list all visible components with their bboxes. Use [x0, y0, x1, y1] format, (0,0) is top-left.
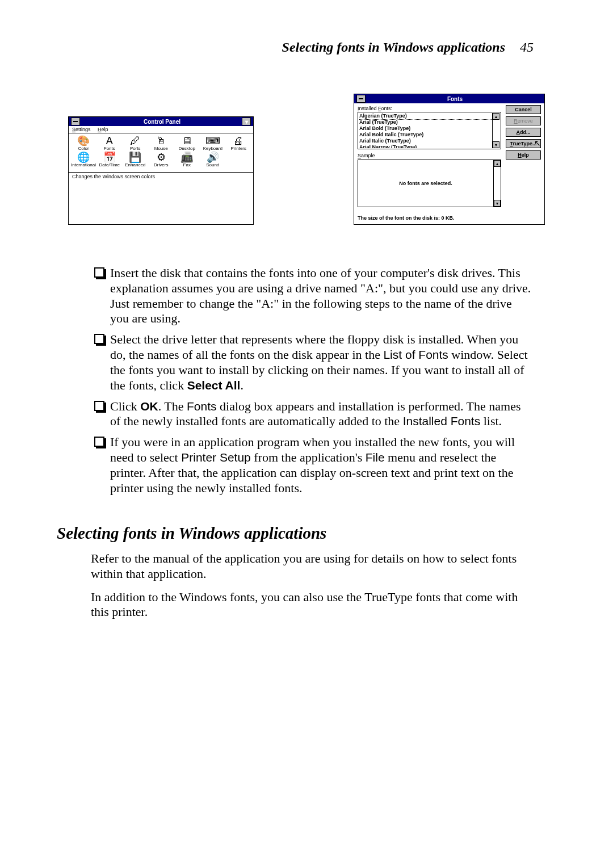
- cancel-button[interactable]: Cancel: [506, 105, 541, 114]
- scroll-down-icon[interactable]: ▾: [493, 141, 499, 148]
- help-button[interactable]: HelpHelp: [506, 150, 541, 160]
- cp-icon-international[interactable]: 🌐International: [71, 152, 96, 167]
- step-text: Click OK. The Fonts dialog box appears a…: [108, 399, 534, 430]
- installed-fonts-label: Installed Fonts:Installed Fonts:: [358, 105, 501, 112]
- step-item: Click OK. The Fonts dialog box appears a…: [91, 399, 534, 430]
- checkbox-marker-icon: [91, 399, 108, 411]
- document-page: Selecting fonts in Windows applications …: [0, 0, 613, 868]
- cp-icon-datetime[interactable]: 📅Date/Time: [97, 152, 121, 167]
- step-text: Insert the disk that contains the fonts …: [108, 266, 534, 326]
- cp-icon-enhanced[interactable]: 💾Enhanced: [123, 152, 148, 167]
- scroll-up-icon[interactable]: ▴: [494, 160, 501, 167]
- international-icon: 🌐: [71, 152, 96, 162]
- cp-icon-ports[interactable]: 🖊Ports: [123, 136, 148, 151]
- menu-help[interactable]: HHelpelp: [98, 127, 108, 132]
- font-list-item[interactable]: Arial Narrow (TrueType): [359, 144, 492, 148]
- control-panel-window: Control Panel ▾ SSettingsettings HHelpel…: [68, 116, 254, 225]
- system-menu-icon[interactable]: [356, 95, 366, 103]
- cp-icon-mouse[interactable]: 🖱Mouse: [149, 136, 174, 151]
- running-header-title: Selecting fonts in Windows applications: [282, 40, 505, 54]
- color-icon: 🎨: [71, 136, 96, 146]
- cp-icon-printers[interactable]: 🖨Printers: [226, 136, 251, 151]
- section-heading: Selecting fonts in Windows applications: [57, 523, 534, 543]
- font-list-item[interactable]: Arial (TrueType): [359, 119, 492, 125]
- ports-icon: 🖊: [123, 136, 148, 146]
- installed-fonts-list[interactable]: Algerian (TrueType) Arial (TrueType) Ari…: [358, 112, 501, 149]
- checkbox-marker-icon: [91, 266, 108, 278]
- cp-icon-keyboard[interactable]: ⌨Keyboard: [200, 136, 225, 151]
- body-paragraph: Refer to the manual of the application y…: [91, 551, 534, 582]
- font-list-item[interactable]: Arial Bold Italic (TrueType): [359, 132, 492, 138]
- sample-label: SampleSample: [358, 152, 501, 158]
- running-header: Selecting fonts in Windows applications …: [282, 40, 534, 55]
- sample-box: No fonts are selected. ▴ ▾: [358, 160, 501, 207]
- checkbox-marker-icon: [91, 435, 108, 447]
- step-item: If you were in an application program wh…: [91, 435, 534, 496]
- step-item: Insert the disk that contains the fonts …: [91, 266, 534, 326]
- fonts-dialog: Fonts Installed Fonts:Installed Fonts: A…: [354, 94, 545, 225]
- control-panel-title: Control Panel: [82, 119, 242, 125]
- cp-icon-desktop[interactable]: 🖥Desktop: [175, 136, 199, 151]
- font-list-item[interactable]: Arial Italic (TrueType): [359, 138, 492, 144]
- cp-icon-sound[interactable]: 🔊Sound: [200, 152, 225, 167]
- font-list-item[interactable]: Algerian (TrueType): [359, 113, 492, 119]
- sample-text: No fonts are selected.: [358, 160, 493, 207]
- enhanced-icon: 💾: [123, 152, 148, 162]
- system-menu-icon[interactable]: [71, 118, 80, 125]
- datetime-icon: 📅: [97, 152, 121, 162]
- control-panel-titlebar: Control Panel ▾: [69, 117, 253, 126]
- cp-icon-color[interactable]: 🎨Color: [71, 136, 96, 151]
- minimize-button[interactable]: ▾: [242, 118, 251, 125]
- font-list-item[interactable]: Arial Bold (TrueType): [359, 125, 492, 132]
- sound-icon: 🔊: [200, 152, 225, 162]
- body-paragraph: In addition to the Windows fonts, you ca…: [91, 590, 534, 620]
- control-panel-menubar: SSettingsettings HHelpelp: [69, 126, 253, 133]
- page-number: 45: [509, 40, 534, 54]
- checkbox-marker-icon: [91, 332, 108, 344]
- control-panel-icons: 🎨Color AFonts 🖊Ports 🖱Mouse 🖥Desktop ⌨Ke…: [69, 133, 253, 172]
- add-button[interactable]: Add...Add...: [506, 128, 541, 137]
- fonts-titlebar: Fonts: [354, 94, 544, 103]
- cp-icon-drivers[interactable]: ⚙Drivers: [149, 152, 174, 167]
- scrollbar[interactable]: ▴ ▾: [493, 160, 501, 207]
- step-item: Select the drive letter that represents …: [91, 332, 534, 393]
- drivers-icon: ⚙: [149, 152, 174, 162]
- step-text: If you were in an application program wh…: [108, 435, 534, 496]
- menu-settings[interactable]: SSettingsettings: [72, 127, 91, 132]
- scroll-up-icon[interactable]: ▴: [493, 113, 499, 120]
- fax-icon: 📠: [175, 152, 199, 162]
- cp-icon-fonts[interactable]: AFonts: [97, 136, 121, 151]
- scroll-track[interactable]: [494, 167, 501, 200]
- step-text: Select the drive letter that represents …: [108, 332, 534, 393]
- fonts-dialog-title: Fonts: [368, 96, 542, 102]
- control-panel-status: Changes the Windows screen colors: [69, 172, 253, 181]
- cp-icon-fax[interactable]: 📠Fax: [175, 152, 199, 167]
- truetype-button[interactable]: TrueType...TrueType...: [506, 139, 541, 148]
- mouse-icon: 🖱: [149, 136, 174, 146]
- fonts-icon: A: [97, 136, 121, 146]
- scroll-track[interactable]: [493, 120, 499, 141]
- remove-button[interactable]: RemoveRemove: [506, 116, 541, 125]
- font-size-on-disk: The size of the font on the disk is: 0 K…: [358, 207, 501, 221]
- keyboard-icon: ⌨: [200, 136, 225, 146]
- printers-icon: 🖨: [226, 136, 251, 146]
- scrollbar[interactable]: ▴ ▾: [492, 113, 499, 148]
- desktop-icon: 🖥: [175, 136, 199, 146]
- scroll-down-icon[interactable]: ▾: [494, 200, 501, 207]
